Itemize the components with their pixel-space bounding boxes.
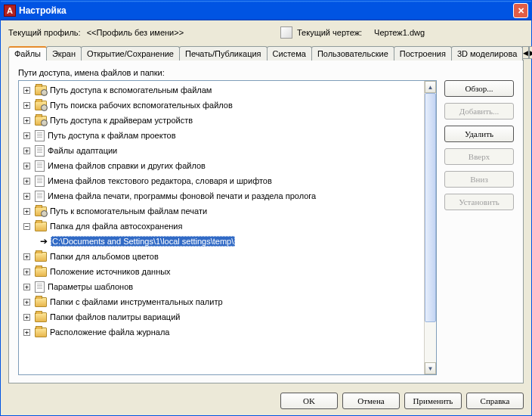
expand-icon[interactable]: + bbox=[23, 117, 30, 124]
tree-item[interactable]: +Папки файлов палитры вариаций bbox=[20, 309, 422, 324]
folder-search-icon bbox=[35, 116, 47, 126]
tree-item-label: Параметры шаблонов bbox=[48, 282, 133, 291]
tree-item-label: Путь к вспомогательным файлам печати bbox=[50, 206, 207, 216]
tree-item[interactable]: +Папки с файлами инструментальных палитр bbox=[20, 294, 422, 309]
document-icon bbox=[35, 145, 45, 157]
side-button-panel: Обзор... Добавить... Удалить Вверх Вниз … bbox=[444, 80, 514, 375]
close-button[interactable]: ✕ bbox=[513, 3, 528, 18]
profile-value: <<Профиль без имени>> bbox=[87, 28, 184, 37]
tree-container: +Путь доступа к вспомогательным файлам+П… bbox=[18, 80, 437, 375]
expand-icon[interactable]: + bbox=[23, 178, 30, 185]
tab-system[interactable]: Система bbox=[267, 46, 312, 61]
expand-icon[interactable]: + bbox=[23, 193, 30, 200]
folder-search-icon bbox=[35, 206, 47, 216]
expand-icon[interactable]: + bbox=[23, 147, 30, 154]
scroll-thumb[interactable] bbox=[425, 93, 436, 322]
down-button: Вниз bbox=[444, 171, 514, 188]
tab-3d[interactable]: 3D моделирова bbox=[451, 46, 523, 61]
drawing-label: Текущий чертеж: bbox=[297, 28, 362, 37]
add-button: Добавить... bbox=[444, 103, 514, 120]
scrollbar[interactable]: ▲ ▼ bbox=[424, 81, 436, 374]
folder-search-icon bbox=[35, 101, 47, 110]
scroll-up-button[interactable]: ▲ bbox=[425, 81, 436, 93]
browse-button[interactable]: Обзор... bbox=[444, 80, 514, 97]
document-icon bbox=[35, 175, 45, 187]
tree-item-label: Расположение файла журнала bbox=[50, 328, 169, 337]
app-icon: A bbox=[4, 5, 16, 17]
client-area: Текущий профиль: <<Профиль без имени>> Т… bbox=[1, 20, 531, 387]
document-icon bbox=[35, 191, 45, 202]
folder-search-icon bbox=[35, 85, 47, 95]
expand-icon[interactable]: + bbox=[23, 87, 30, 94]
tab-build[interactable]: Построения bbox=[394, 46, 452, 61]
expand-icon[interactable]: + bbox=[23, 329, 30, 336]
expand-icon[interactable]: + bbox=[23, 269, 30, 275]
up-button: Вверх bbox=[444, 148, 514, 165]
tab-opensave[interactable]: Открытие/Сохранение bbox=[81, 46, 180, 61]
tree-item-label: Папка для файла автосохранения bbox=[50, 222, 182, 231]
tree-path-item[interactable]: ➔C:\Documents and Settings\1\local setti… bbox=[20, 234, 422, 249]
tree-item-label: Папки с файлами инструментальных палитр bbox=[50, 297, 223, 306]
tab-scroll-right[interactable]: ▶ bbox=[529, 46, 532, 59]
cancel-button[interactable]: Отмена bbox=[342, 393, 400, 409]
tab-screen[interactable]: Экран bbox=[46, 46, 82, 61]
delete-button[interactable]: Удалить bbox=[444, 126, 514, 142]
expand-icon[interactable]: + bbox=[23, 253, 30, 260]
tree-item[interactable]: −Папка для файла автосохранения bbox=[20, 219, 422, 234]
tab-print[interactable]: Печать/Публикация bbox=[179, 46, 268, 61]
tree-item-label: Путь доступа к вспомогательным файлам bbox=[50, 85, 212, 95]
titlebar[interactable]: A Настройка ✕ bbox=[1, 1, 531, 20]
tab-files[interactable]: Файлы bbox=[8, 46, 47, 61]
collapse-icon[interactable]: − bbox=[23, 223, 30, 230]
tree-item-label: C:\Documents and Settings\1\local settin… bbox=[51, 236, 235, 247]
tree-item-label: Положение источников данных bbox=[50, 267, 171, 276]
tab-scroll-left[interactable]: ◀ bbox=[522, 46, 529, 59]
tab-content-files: Пути доступа, имена файлов и папки: +Пут… bbox=[8, 60, 524, 383]
expand-icon[interactable]: + bbox=[23, 208, 30, 215]
folder-icon bbox=[35, 222, 47, 231]
tree-item[interactable]: +Файлы адаптации bbox=[20, 143, 422, 158]
bottom-button-bar: OK Отмена Применить Справка bbox=[1, 387, 531, 415]
tree-item[interactable]: +Имена файла печати, программы фоновой п… bbox=[20, 188, 422, 203]
tree-item-label: Папки файлов палитры вариаций bbox=[50, 312, 180, 321]
ok-button[interactable]: OK bbox=[280, 393, 338, 409]
folder-icon bbox=[35, 328, 47, 337]
tree-item-label: Имена файлов текстового редактора, слова… bbox=[48, 176, 272, 185]
scroll-down-button[interactable]: ▼ bbox=[425, 362, 436, 374]
expand-icon[interactable]: + bbox=[23, 102, 30, 109]
tree-item[interactable]: +Параметры шаблонов bbox=[20, 279, 422, 294]
expand-icon[interactable]: + bbox=[23, 284, 30, 290]
tree-item[interactable]: +Папки для альбомов цветов bbox=[20, 249, 422, 264]
settings-window: A Настройка ✕ Текущий профиль: <<Профиль… bbox=[0, 0, 532, 416]
tree-item[interactable]: +Путь поиска рабочих вспомогательных фай… bbox=[20, 98, 422, 113]
tree-item[interactable]: +Путь доступа к файлам проектов bbox=[20, 128, 422, 143]
apply-button[interactable]: Применить bbox=[404, 393, 462, 409]
tree-item[interactable]: +Путь доступа к вспомогательным файлам bbox=[20, 82, 422, 98]
tree-item[interactable]: +Путь к вспомогательным файлам печати bbox=[20, 203, 422, 219]
section-label: Пути доступа, имена файлов и папки: bbox=[18, 68, 514, 77]
tree-item[interactable]: +Положение источников данных bbox=[20, 264, 422, 279]
folder-icon bbox=[35, 297, 47, 307]
paths-tree[interactable]: +Путь доступа к вспомогательным файлам+П… bbox=[19, 81, 424, 374]
scroll-track[interactable] bbox=[425, 93, 436, 362]
tree-item-label: Путь доступа к драйверам устройств bbox=[50, 116, 193, 125]
tab-user[interactable]: Пользовательские bbox=[311, 46, 394, 61]
tree-item[interactable]: +Путь доступа к драйверам устройств bbox=[20, 113, 422, 128]
tree-item-label: Имена файла печати, программы фоновой пе… bbox=[48, 191, 316, 200]
expand-icon[interactable]: + bbox=[23, 163, 30, 169]
tree-item[interactable]: +Имена файлов текстового редактора, слов… bbox=[20, 173, 422, 188]
set-button: Установить bbox=[444, 194, 514, 210]
tree-item[interactable]: +Расположение файла журнала bbox=[20, 324, 422, 340]
tree-item-label: Папки для альбомов цветов bbox=[50, 252, 159, 261]
tree-item-label: Файлы адаптации bbox=[48, 146, 117, 155]
document-icon bbox=[35, 281, 45, 293]
help-button[interactable]: Справка bbox=[466, 393, 524, 409]
expand-icon[interactable]: + bbox=[23, 299, 30, 306]
tree-item-label: Путь доступа к файлам проектов bbox=[48, 131, 176, 140]
tree-item[interactable]: +Имена файлов справки и других файлов bbox=[20, 158, 422, 173]
expand-icon[interactable]: + bbox=[23, 314, 30, 321]
folder-icon bbox=[35, 267, 47, 277]
expand-icon[interactable]: + bbox=[23, 132, 30, 139]
document-icon bbox=[35, 130, 45, 141]
document-icon bbox=[35, 160, 45, 172]
